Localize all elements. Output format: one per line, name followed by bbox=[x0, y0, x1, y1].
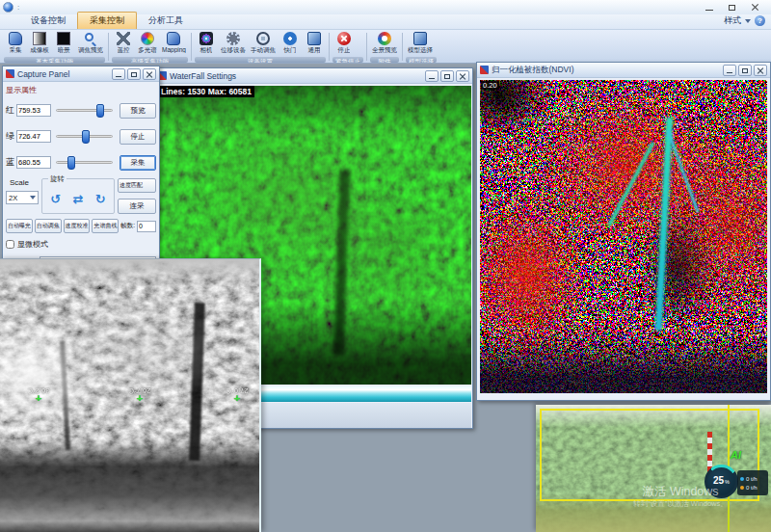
ai-label: AI bbox=[731, 449, 741, 461]
auto-focus-button[interactable]: 自动调焦 bbox=[35, 219, 62, 233]
lines-max-overlay: Lines: 1530 Max: 60581 bbox=[158, 86, 254, 97]
style-menu[interactable]: 样式 bbox=[724, 14, 741, 27]
continuous-capture-button[interactable]: 连采 bbox=[118, 199, 156, 214]
ribbon-toolbar: 采集 成像板 暗景 调焦预览 基本采集功能 遥控 多光谱 Mapping 高级采… bbox=[0, 30, 771, 64]
general-settings-button[interactable]: 通用 bbox=[303, 31, 326, 56]
activate-windows-watermark: 激活 Windows bbox=[594, 484, 767, 500]
video-view[interactable]: AI 25 % 0 t/h 0 t/h 激活 Windows 转到“设置”以激活… bbox=[536, 405, 771, 532]
button-label: 停止 bbox=[337, 46, 350, 55]
stop-button[interactable]: 停止 bbox=[120, 129, 156, 145]
model-monitor-icon bbox=[413, 32, 427, 45]
panorama-preview-button[interactable]: 全景预览 bbox=[370, 31, 399, 56]
group-label: 基本采集功能 bbox=[4, 57, 105, 63]
camera-settings-button[interactable]: 相机 bbox=[195, 31, 218, 56]
spectral-curve-button[interactable]: 光谱曲线 bbox=[92, 219, 119, 233]
imaging-board-button[interactable]: 成像板 bbox=[28, 31, 51, 56]
maximize-button[interactable] bbox=[738, 65, 752, 76]
camera-lens-icon bbox=[199, 32, 213, 45]
green-wavelength-input[interactable] bbox=[16, 130, 51, 143]
manual-focus-button[interactable]: 手动调焦 bbox=[249, 31, 278, 56]
group-separator bbox=[191, 33, 192, 61]
ribbon-group-advanced-capture: 遥控 多光谱 Mapping 高级采集功能 bbox=[110, 31, 190, 63]
auto-exposure-button[interactable]: 自动曝光 bbox=[6, 219, 33, 233]
blue-slider[interactable] bbox=[56, 161, 113, 164]
scale-select[interactable]: 2X bbox=[6, 191, 39, 204]
tab-acquisition-control[interactable]: 采集控制 bbox=[77, 12, 137, 29]
speed-calibration-button[interactable]: 速度校准 bbox=[64, 219, 91, 233]
panorama-icon bbox=[378, 32, 391, 45]
speed-match-button[interactable]: 速度匹配 bbox=[118, 178, 156, 193]
preview-button[interactable]: 预览 bbox=[120, 103, 156, 119]
button-label: 采集 bbox=[10, 46, 22, 55]
group-separator bbox=[108, 33, 109, 61]
button-label: 调焦预览 bbox=[78, 46, 103, 55]
frames-input[interactable] bbox=[137, 221, 156, 232]
minimize-button[interactable] bbox=[425, 70, 439, 82]
ndvi-titlebar[interactable]: 归一化植被指数(NDVI) bbox=[477, 63, 770, 78]
button-label: 位移设备 bbox=[221, 46, 246, 55]
maximize-button[interactable] bbox=[440, 70, 454, 82]
red-channel-row: 红 预览 bbox=[6, 97, 156, 123]
dark-frame-button[interactable]: 暗景 bbox=[52, 31, 75, 56]
model-select-button[interactable]: 模型选择 bbox=[406, 31, 435, 56]
button-label: 暗景 bbox=[58, 46, 70, 55]
mapping-camera-icon bbox=[167, 32, 180, 45]
dropdown-arrow-icon bbox=[30, 196, 36, 200]
rotate-group-label: 旋转 bbox=[48, 174, 66, 184]
green-slider-thumb[interactable] bbox=[82, 130, 90, 144]
focus-preview-button[interactable]: 调焦预览 bbox=[76, 31, 105, 56]
group-label: 模型选择 bbox=[406, 57, 437, 63]
mapping-button[interactable]: Mapping bbox=[160, 31, 188, 54]
blue-slider-thumb[interactable] bbox=[67, 156, 75, 170]
remote-control-button[interactable]: 遥控 bbox=[112, 31, 135, 56]
capture-button[interactable]: 采集 bbox=[120, 155, 156, 171]
tab-analysis-tools[interactable]: 分析工具 bbox=[137, 13, 195, 29]
micro-mode-checkbox[interactable] bbox=[6, 240, 14, 249]
minimize-button[interactable] bbox=[701, 2, 718, 13]
waterfall-titlebar[interactable]: WaterFall Settings bbox=[155, 68, 472, 84]
shutter-button[interactable]: 快门 bbox=[279, 31, 302, 56]
rotate-left-icon[interactable]: ↺ bbox=[50, 193, 61, 205]
flip-horizontal-icon[interactable]: ⇄ bbox=[73, 193, 84, 205]
button-label: 相机 bbox=[199, 46, 212, 55]
red-slider[interactable] bbox=[56, 109, 113, 112]
stage-device-button[interactable]: 位移设备 bbox=[219, 31, 248, 56]
capture-button[interactable]: 采集 bbox=[4, 31, 27, 56]
drone-icon bbox=[117, 32, 130, 45]
close-button[interactable] bbox=[754, 65, 767, 76]
blue-wavelength-input[interactable] bbox=[16, 156, 51, 169]
button-label: Mapping bbox=[162, 46, 186, 53]
close-button[interactable] bbox=[747, 2, 764, 13]
green-slider[interactable] bbox=[56, 135, 113, 138]
button-label: 成像板 bbox=[30, 46, 49, 55]
blue-dot-icon bbox=[740, 477, 744, 481]
thermal-grayscale-window: 36.2℃ + 26.7℃ + 27.0℃ + bbox=[0, 258, 261, 532]
group-separator bbox=[402, 33, 403, 61]
tab-device-control[interactable]: 设备控制 bbox=[19, 13, 77, 29]
stop-button[interactable]: 停止 bbox=[332, 31, 356, 56]
close-button[interactable] bbox=[456, 70, 469, 82]
close-button[interactable] bbox=[143, 68, 156, 80]
window-icon bbox=[480, 66, 489, 74]
thermal-image-view[interactable]: 36.2℃ + 26.7℃ + 27.0℃ + bbox=[0, 259, 259, 532]
maximize-button[interactable] bbox=[127, 68, 141, 80]
maximize-button[interactable] bbox=[724, 2, 741, 13]
display-properties-label: 显示属性 bbox=[6, 85, 156, 95]
capture-panel-titlebar[interactable]: Capture Panel bbox=[3, 66, 159, 82]
red-wavelength-input[interactable] bbox=[16, 104, 51, 117]
help-icon[interactable]: ? bbox=[755, 15, 765, 26]
app-logo-icon[interactable] bbox=[3, 2, 13, 13]
app-window: : 设备控制 采集控制 分析工具 样式 ? 采集 成像板 暗景 调焦预览 基本采… bbox=[0, 0, 771, 532]
minimize-button[interactable] bbox=[723, 65, 736, 76]
rotate-right-icon[interactable]: ↻ bbox=[95, 193, 106, 205]
minimize-button[interactable] bbox=[112, 68, 125, 80]
button-label: 快门 bbox=[283, 46, 296, 55]
stat-value: 0 t/h bbox=[746, 476, 758, 482]
red-slider-thumb[interactable] bbox=[96, 104, 104, 118]
ndvi-image-view[interactable]: 0.20 bbox=[480, 80, 767, 393]
quick-access-toolbar: : bbox=[17, 3, 20, 12]
micro-mode-label: 显微模式 bbox=[17, 239, 48, 250]
multispectral-button[interactable]: 多光谱 bbox=[136, 31, 159, 56]
rotate-group: 旋转 ↺ ⇄ ↻ bbox=[41, 178, 115, 214]
button-label: 遥控 bbox=[118, 46, 130, 55]
